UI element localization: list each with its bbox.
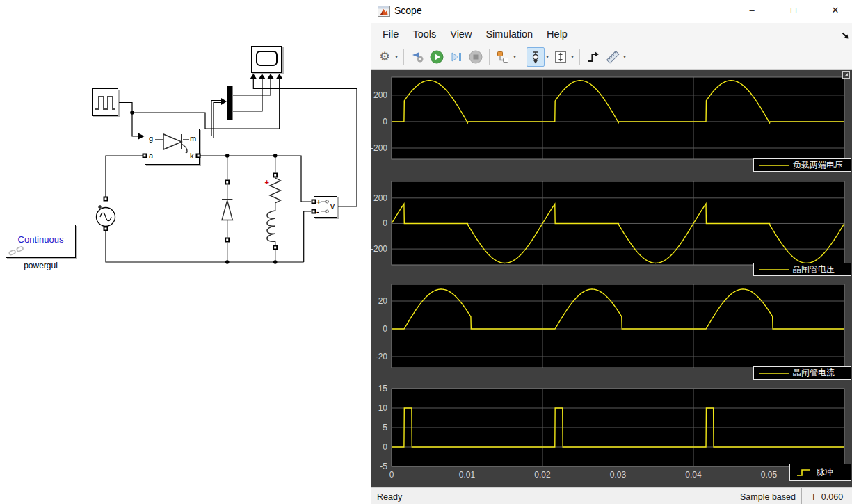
voltage-measurement-block[interactable]: + - v: [314, 196, 337, 218]
vm-link-icon: [314, 197, 337, 217]
svg-text:200: 200: [373, 90, 387, 100]
port-label-g: g: [149, 135, 153, 143]
cursor-measurements-button[interactable]: [527, 47, 545, 67]
pulse-generator-block[interactable]: [92, 88, 118, 116]
span-button[interactable]: [552, 47, 570, 67]
menu-view[interactable]: View: [443, 26, 479, 42]
svg-text:0: 0: [383, 218, 387, 228]
legend-pulse[interactable]: 脉冲: [789, 464, 851, 481]
menu-file[interactable]: File: [376, 26, 405, 42]
powergui-block[interactable]: Continuous: [6, 225, 76, 258]
series-rl-branch-block[interactable]: [267, 178, 281, 245]
gear-icon: ⚙: [379, 51, 389, 63]
demux-block[interactable]: [227, 86, 233, 120]
settings-dropdown-caret[interactable]: ▾: [395, 54, 398, 60]
titlebar[interactable]: Scope – □ ✕: [371, 0, 852, 23]
legend-load-voltage[interactable]: 负载两端电压: [753, 158, 851, 172]
svg-text:-20: -20: [376, 352, 388, 361]
svg-text:5: 5: [383, 423, 387, 432]
span-xy-icon: [554, 50, 568, 64]
legend-step-icon: [796, 466, 812, 479]
svg-text:200: 200: [373, 193, 387, 203]
legend-label: 脉冲: [817, 466, 833, 478]
svg-text:-5: -5: [380, 462, 387, 471]
port-label-k: k: [190, 152, 194, 160]
port-label-m: m: [190, 135, 196, 143]
thyristor-block[interactable]: g m a k: [145, 129, 200, 165]
legend-label: 晶闸管电流: [793, 367, 835, 379]
svg-text:0.01: 0.01: [459, 470, 476, 480]
menu-tools[interactable]: Tools: [405, 26, 443, 42]
svg-text:0: 0: [383, 442, 387, 452]
dock-icon[interactable]: [841, 31, 850, 40]
settings-gear-button[interactable]: ⚙: [376, 47, 394, 67]
scope-screen-icon: [256, 51, 278, 66]
broken-chain-icon: [8, 245, 25, 257]
menu-help[interactable]: Help: [540, 26, 574, 42]
span-caret[interactable]: ▾: [571, 54, 574, 60]
status-sim-time: T=0.060: [801, 488, 852, 504]
svg-text:0.03: 0.03: [610, 470, 627, 480]
svg-text:0: 0: [389, 470, 394, 480]
configure-signals-caret[interactable]: ▾: [513, 54, 516, 60]
measurements-caret[interactable]: ▾: [623, 54, 626, 60]
stop-icon: [469, 50, 483, 64]
svg-text:-200: -200: [371, 244, 387, 254]
menu-simulation[interactable]: Simulation: [479, 26, 540, 42]
measurements-button[interactable]: [604, 47, 622, 67]
legend-label: 晶闸管电压: [793, 263, 835, 275]
run-icon: [430, 50, 444, 64]
legend-label: 负载两端电压: [793, 159, 843, 171]
svg-text:0: 0: [383, 117, 387, 127]
cursor-measurements-caret[interactable]: ▾: [546, 54, 549, 60]
ac-voltage-source-block[interactable]: [97, 205, 115, 227]
svg-text:15: 15: [378, 384, 388, 393]
status-sample-mode: Sample based: [734, 488, 801, 504]
scope-block[interactable]: [251, 46, 282, 73]
step-forward-button[interactable]: [447, 47, 465, 67]
square-wave-icon: [93, 89, 118, 115]
configure-signals-icon: [496, 50, 510, 64]
minimize-button[interactable]: –: [740, 0, 764, 21]
run-button[interactable]: [428, 47, 446, 67]
trigger-button[interactable]: [584, 47, 602, 67]
legend-thyristor-current[interactable]: 晶闸管电流: [753, 366, 851, 380]
highlight-block-icon: [410, 50, 424, 64]
scope-app-icon: [378, 6, 390, 17]
diode-block[interactable]: [222, 200, 232, 220]
rl-polarity-plus: +: [265, 178, 269, 186]
legend-line-icon: [759, 371, 789, 375]
legend-line-icon: [759, 268, 789, 272]
screen: g m a k + - v Continuous power: [0, 0, 852, 504]
svg-text:0.02: 0.02: [534, 470, 551, 480]
port-label-a: a: [149, 152, 153, 160]
maximize-button[interactable]: □: [782, 0, 805, 21]
svg-text:20: 20: [378, 296, 388, 306]
powergui-mode-text: Continuous: [6, 234, 75, 245]
stop-button: [467, 47, 485, 67]
legend-line-icon: [759, 163, 789, 168]
scope-window: Scope – □ ✕ File Tools View Simulation H…: [371, 0, 852, 504]
highlight-simulink-block-button[interactable]: [408, 47, 426, 67]
statusbar: Ready Sample based T=0.060: [371, 487, 852, 504]
svg-text:-200: -200: [371, 143, 387, 153]
trigger-icon: [586, 50, 600, 64]
close-button[interactable]: ✕: [823, 0, 847, 21]
panel-expand-icon[interactable]: [842, 71, 850, 79]
toolbar: ⚙ ▾: [371, 44, 852, 70]
svg-text:0.04: 0.04: [685, 470, 702, 480]
plot-region: 2000-2002000-200200-20151050-500.010.020…: [371, 70, 852, 487]
powergui-label: powergui: [6, 261, 76, 270]
svg-text:10: 10: [378, 403, 388, 413]
legend-thyristor-voltage[interactable]: 晶闸管电压: [753, 263, 851, 276]
cursor-measurements-icon: [529, 50, 542, 64]
menubar: File Tools View Simulation Help: [371, 23, 852, 44]
port-squares: [104, 154, 316, 250]
step-forward-icon: [449, 50, 463, 64]
status-text: Ready: [371, 492, 734, 502]
scope-plots: 2000-2002000-200200-20151050-500.010.020…: [371, 70, 852, 487]
svg-text:0.05: 0.05: [761, 470, 778, 480]
configure-signals-button[interactable]: [494, 47, 512, 67]
svg-text:0: 0: [383, 324, 387, 334]
simulink-model-canvas: g m a k + - v Continuous power: [0, 0, 371, 504]
